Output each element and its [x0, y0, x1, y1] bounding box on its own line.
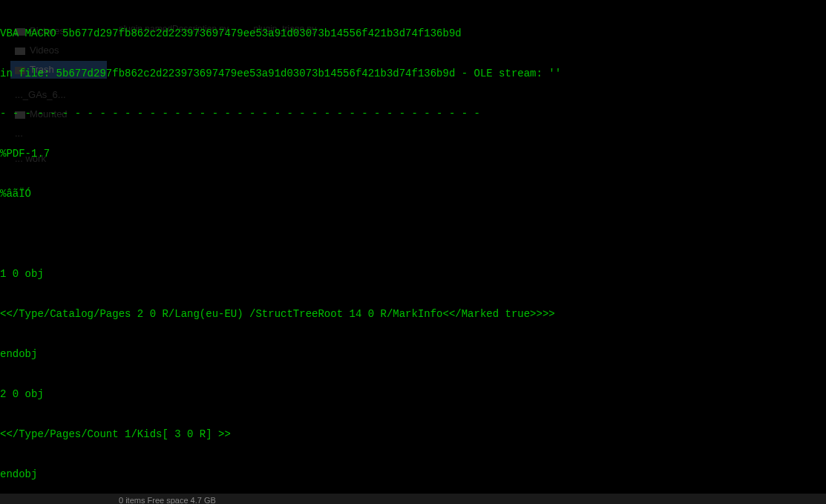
terminal-line: endobj [0, 468, 826, 481]
terminal-output[interactable]: VBA MACRO 5b677d297fb862c2d223973697479e… [0, 0, 826, 504]
terminal-line: %PDF-1.7 [0, 147, 826, 160]
terminal-line: VBA MACRO 5b677d297fb862c2d223973697479e… [0, 27, 826, 40]
terminal-line: <</Type/Pages/Count 1/Kids[ 3 0 R] >> [0, 428, 826, 441]
terminal-line: %âãÏÓ [0, 187, 826, 200]
terminal-line: - - - - - - - - - - - - - - - - - - - - … [0, 107, 826, 120]
terminal-line: <</Type/Catalog/Pages 2 0 R/Lang(eu-EU) … [0, 307, 826, 321]
terminal-line: in file: 5b677d297fb862c2d223973697479ee… [0, 67, 826, 80]
terminal-line [0, 227, 826, 240]
terminal-line: 1 0 obj [0, 267, 826, 281]
terminal-line: endobj [0, 347, 826, 361]
terminal-line: 2 0 obj [0, 387, 826, 401]
